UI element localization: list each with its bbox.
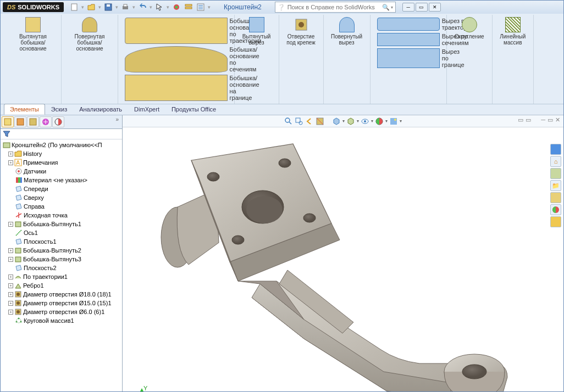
- taskpane-file-explorer-icon[interactable]: 📁: [550, 180, 561, 191]
- viewport-restore2-icon[interactable]: ▭: [526, 116, 531, 124]
- tab-dimxpert[interactable]: DimXpert: [128, 104, 165, 115]
- lofted-boss-button[interactable]: Бобышка/основание по сечениям: [124, 46, 229, 73]
- tree-item-circular-pattern1[interactable]: Круговой массив1: [2, 316, 121, 325]
- tree-item-extrude3[interactable]: +Бобышка-Вытянуть3: [2, 255, 121, 264]
- save-icon[interactable]: [103, 2, 113, 12]
- tree-item-hole15[interactable]: +Диаметр отверстия Ø15.0 (15)1: [2, 299, 121, 307]
- tree-item-history[interactable]: +History: [2, 149, 121, 158]
- revolved-boss-button[interactable]: Повернутая бобышка/основание: [65, 16, 114, 53]
- tab-office[interactable]: Продукты Office: [165, 104, 222, 115]
- options-icon[interactable]: [184, 2, 193, 12]
- revolved-cut-button[interactable]: Повернутый вырез: [327, 16, 367, 47]
- taskpane-custom-properties-icon[interactable]: [550, 216, 561, 227]
- material-icon: [15, 176, 23, 184]
- boundary-cut-button[interactable]: Вырез по границе: [376, 48, 441, 69]
- tree-item-sensors[interactable]: Датчики: [2, 167, 121, 176]
- extruded-cut-button[interactable]: Вытянутый вырез: [238, 16, 275, 47]
- select-icon[interactable]: [154, 2, 164, 12]
- tree-item-top-plane[interactable]: Сверху: [2, 193, 121, 202]
- maximize-button[interactable]: ▭: [416, 3, 428, 12]
- tree-item-origin[interactable]: Исходная точка: [2, 211, 121, 220]
- new-file-icon[interactable]: [69, 2, 79, 12]
- filter-icon[interactable]: [3, 130, 10, 138]
- svg-rect-7: [185, 4, 192, 6]
- tab-evaluate[interactable]: Анализировать: [73, 104, 128, 115]
- svg-point-14: [298, 22, 304, 27]
- taskpane-home-icon[interactable]: ⌂: [550, 156, 561, 167]
- tree-item-plane2[interactable]: Плоскость2: [2, 264, 121, 272]
- tree-label: Ребро1: [23, 282, 44, 289]
- taskpane-view-palette-icon[interactable]: [550, 192, 561, 203]
- annotation-icon: A: [14, 159, 22, 166]
- tab-sketch[interactable]: Эскиз: [45, 104, 73, 115]
- zoom-area-icon[interactable]: [295, 117, 303, 126]
- edit-appearance-icon[interactable]: [375, 117, 384, 126]
- viewport-minimize-icon[interactable]: ─: [541, 116, 545, 124]
- search-dropdown-icon[interactable]: ▾: [391, 5, 393, 10]
- part-icon: [3, 141, 10, 149]
- tree-item-rib1[interactable]: +Ребро1: [2, 281, 121, 290]
- help-search-box[interactable]: ❔ 🔍 ▾: [275, 2, 396, 13]
- taskpane-design-library-icon[interactable]: [550, 168, 561, 179]
- rib-icon: [14, 282, 22, 289]
- viewport-restore-icon[interactable]: ▭: [518, 116, 523, 124]
- 3d-viewport[interactable]: Y X Z ⌂ 📁: [123, 127, 563, 392]
- feature-tree-tab-icon[interactable]: [2, 116, 14, 127]
- panel-expand-icon[interactable]: »: [115, 116, 119, 127]
- dimxpert-manager-tab-icon[interactable]: [40, 116, 52, 127]
- tab-features[interactable]: Элементы: [4, 104, 45, 115]
- hole-wizard-button[interactable]: Отверстие под крепеж: [283, 16, 320, 47]
- viewport-maximize-icon[interactable]: ▭: [548, 116, 553, 124]
- taskpane-appearances-icon[interactable]: [550, 204, 561, 215]
- section-view-icon[interactable]: [316, 117, 324, 126]
- previous-view-icon[interactable]: [305, 117, 314, 126]
- linear-pattern-button[interactable]: Линейный массив: [496, 16, 530, 47]
- settings-icon[interactable]: [196, 2, 206, 12]
- svg-rect-4: [124, 4, 127, 7]
- svg-point-44: [285, 118, 290, 122]
- minimize-button[interactable]: ─: [402, 3, 414, 12]
- tree-item-sweep1[interactable]: +По траектории1: [2, 272, 121, 281]
- tree-item-right-plane[interactable]: Справа: [2, 202, 121, 211]
- configuration-manager-tab-icon[interactable]: [27, 116, 39, 127]
- boundary-boss-button[interactable]: Бобышка/основание на границе: [124, 74, 229, 102]
- taskpane-resources-icon[interactable]: [550, 144, 561, 155]
- tree-item-plane1[interactable]: Плоскость1: [2, 237, 121, 246]
- tree-label: Исходная точка: [24, 212, 68, 219]
- origin-icon: [15, 211, 23, 219]
- swept-boss-button[interactable]: Бобышка/основание по траектории: [124, 17, 229, 44]
- apply-scene-icon[interactable]: [389, 117, 398, 126]
- plane-icon: [15, 264, 23, 272]
- svg-rect-16: [17, 119, 24, 125]
- tree-item-extrude2[interactable]: +Бобышка-Вытянуть2: [2, 246, 121, 255]
- svg-line-31: [16, 230, 21, 236]
- tree-item-hole18[interactable]: +Диаметр отверстия Ø18.0 (18)1: [2, 290, 121, 299]
- tree-item-axis1[interactable]: Ось1: [2, 228, 121, 237]
- tree-item-annotations[interactable]: +AПримечания: [2, 158, 121, 167]
- tree-root[interactable]: Кронштейн2 (По умолчанию<<П: [2, 141, 121, 149]
- undo-icon[interactable]: [137, 2, 147, 12]
- print-icon[interactable]: [120, 2, 130, 12]
- extruded-boss-button[interactable]: Вытянутая бобышка/основание: [8, 16, 58, 53]
- view-triad[interactable]: Y X Z: [134, 385, 167, 392]
- zoom-fit-icon[interactable]: [284, 117, 293, 126]
- close-button[interactable]: ✕: [429, 3, 441, 12]
- tree-item-hole6[interactable]: +Диаметр отверстия Ø6.0 (6)1: [2, 307, 121, 316]
- swept-cut-button[interactable]: Вырез по траектории: [376, 17, 441, 31]
- hide-show-icon[interactable]: [361, 117, 369, 126]
- fillet-button[interactable]: Скругление: [450, 16, 489, 41]
- display-manager-tab-icon[interactable]: [52, 116, 64, 127]
- tree-item-extrude1[interactable]: +Бобышка-Вытянуть1: [2, 220, 121, 228]
- tree-item-material[interactable]: Материал <не указан>: [2, 176, 121, 184]
- viewport-close-icon[interactable]: ✕: [555, 116, 560, 124]
- property-manager-tab-icon[interactable]: [14, 116, 26, 127]
- svg-rect-28: [18, 177, 20, 183]
- open-file-icon[interactable]: [86, 2, 96, 12]
- lofted-cut-button[interactable]: Вырез по сечениям: [376, 32, 441, 47]
- rebuild-icon[interactable]: [172, 2, 181, 12]
- search-go-icon[interactable]: 🔍: [382, 4, 390, 11]
- tree-item-front-plane[interactable]: Спереди: [2, 184, 121, 193]
- help-search-input[interactable]: [287, 4, 382, 10]
- view-orientation-icon[interactable]: [332, 117, 341, 126]
- display-style-icon[interactable]: [346, 117, 355, 126]
